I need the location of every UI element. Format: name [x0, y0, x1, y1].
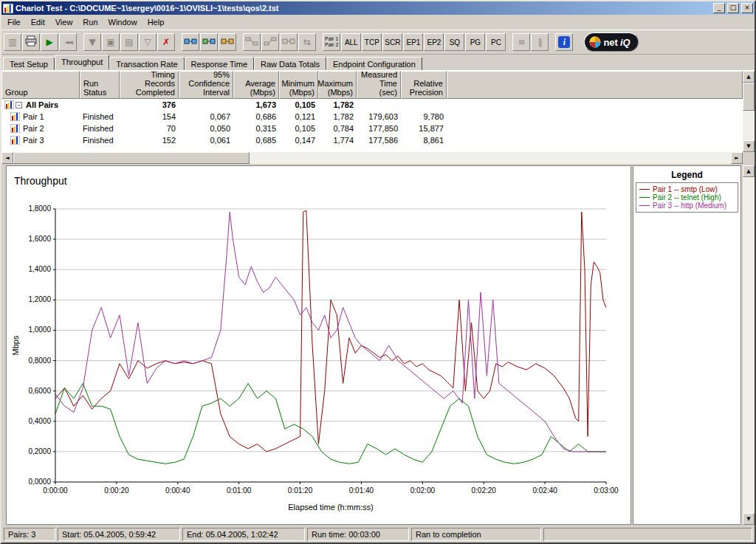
x-axis-label: Elapsed time (h:mm:ss): [288, 503, 374, 512]
run-status-cell: Finished: [80, 111, 120, 123]
tab-response-time[interactable]: Response Time: [185, 57, 254, 70]
run-status-cell: Finished: [80, 134, 120, 146]
paste-button[interactable]: ▤: [120, 33, 138, 51]
new-test-button[interactable]: ▥: [4, 33, 21, 51]
table-row-pair-2[interactable]: Pair 2Finished700,0500,3150,1050,784177,…: [1, 123, 755, 134]
table-horizontal-scrollbar[interactable]: ◄ ►: [1, 152, 743, 164]
tab-test-setup[interactable]: Test Setup: [3, 57, 55, 70]
timing-records-cell: 376: [120, 99, 179, 111]
legend-item: Pair 3 -- http (Medium): [639, 202, 735, 210]
table-vertical-scrollbar[interactable]: ▲ ▼: [743, 71, 755, 152]
measured-time-cell: [357, 99, 401, 111]
menu-view[interactable]: View: [50, 16, 78, 29]
main-vertical-scrollbar[interactable]: ▲ ▼: [743, 165, 755, 525]
column-header-minimum[interactable]: Minimum (Mbps): [279, 71, 318, 99]
tab-transaction-rate[interactable]: Transaction Rate: [109, 57, 184, 70]
app-window: Chariot Test - C:\DOCUME~1\sergey\0016~1…: [0, 0, 756, 544]
columns-icon: ∥: [537, 38, 542, 47]
menu-file[interactable]: File: [2, 16, 26, 29]
group-cell: Pair 3: [1, 134, 80, 146]
column-header-group[interactable]: Group: [1, 71, 80, 99]
toolbar-tcp-button[interactable]: TCP: [362, 33, 382, 51]
run-test-button[interactable]: ▶: [41, 33, 58, 51]
table-scroll-up-button[interactable]: ▲: [743, 71, 755, 83]
table-hscroll-thumb[interactable]: [13, 152, 250, 164]
copy-button[interactable]: ▣: [102, 33, 120, 51]
window-title: Chariot Test - C:\DOCUME~1\sergey\0016~1…: [16, 4, 711, 13]
minimize-button[interactable]: _: [713, 3, 725, 13]
show-pair-names-button[interactable]: Pair 1 Pair 2: [323, 33, 340, 51]
paste-icon: ▤: [125, 38, 133, 47]
tab-endpoint-configuration[interactable]: Endpoint Configuration: [326, 57, 422, 70]
group-pairs-button[interactable]: [243, 33, 261, 51]
x-tick-label: 0:01:00: [227, 486, 252, 495]
pair-names-icon: Pair 1 Pair 2: [325, 36, 338, 48]
legend-label: Pair 2 -- telnet (High): [653, 193, 721, 202]
add-pair-button[interactable]: [182, 33, 199, 51]
legend-item: Pair 1 -- smtp (Low): [639, 185, 735, 193]
toolbar-all-button[interactable]: ALL: [341, 33, 361, 51]
main-vscroll-track[interactable]: [743, 177, 755, 513]
main-scroll-down-button[interactable]: ▼: [743, 513, 755, 525]
column-header-maximum[interactable]: Maximum (Mbps): [318, 71, 357, 99]
menu-edit[interactable]: Edit: [26, 16, 50, 29]
table-vscroll-thumb[interactable]: [743, 83, 755, 111]
legend-box: Pair 1 -- smtp (Low)Pair 2 -- telnet (Hi…: [636, 182, 738, 213]
y-tick-label: 0,6000: [28, 387, 51, 395]
toolbar-sq-button[interactable]: SQ: [444, 33, 464, 51]
table-scroll-down-button[interactable]: ▼: [743, 140, 755, 152]
maximum-cell: 1,782: [318, 111, 357, 123]
toolbar-ep1-button[interactable]: EP1: [403, 33, 423, 51]
group-cell: Pair 2: [1, 123, 80, 134]
connect-pairs-button[interactable]: [280, 33, 298, 51]
swap-endpoints-button[interactable]: ⇆: [298, 33, 316, 51]
toolbar-pg-button[interactable]: PG: [465, 33, 485, 51]
pair-link-icon: [184, 37, 197, 47]
menu-run[interactable]: Run: [78, 16, 103, 29]
legend-line-swatch: [639, 189, 650, 190]
main-scroll-up-button[interactable]: ▲: [743, 165, 755, 177]
timing-records-cell: 152: [120, 134, 179, 146]
toolbar-ep2-button[interactable]: EP2: [424, 33, 444, 51]
close-button[interactable]: ×: [741, 3, 753, 13]
table-row-pair-3[interactable]: Pair 3Finished1520,0610,6850,1471,774177…: [1, 134, 755, 146]
maximize-button[interactable]: □: [727, 3, 739, 13]
collapse-expander[interactable]: -: [16, 102, 22, 109]
pair-link-view-icon: [221, 37, 234, 47]
table-vscroll-track[interactable]: [743, 83, 755, 140]
filter-button[interactable]: ▽: [139, 33, 157, 51]
toolbar-pc-button[interactable]: PC: [486, 33, 506, 51]
tab-raw-data-totals[interactable]: Raw Data Totals: [254, 57, 326, 70]
column-header-measured-time[interactable]: Measured Time (sec): [357, 71, 401, 99]
column-header-timing-records[interactable]: Timing Records Completed: [120, 71, 179, 99]
move-down-button[interactable]: ▼: [83, 33, 101, 51]
toolbar-scr-button[interactable]: SCR: [382, 33, 402, 51]
ungroup-pairs-button[interactable]: [261, 33, 279, 51]
app-icon: [3, 4, 13, 13]
rewind-button[interactable]: ◄◄: [59, 33, 77, 51]
view-pair-button[interactable]: [219, 33, 236, 51]
table-scroll-left-button[interactable]: ◄: [1, 152, 13, 164]
column-header-average[interactable]: Average (Mbps): [233, 71, 279, 99]
show-list-button[interactable]: ≡: [512, 33, 530, 51]
column-header-relative-precision[interactable]: Relative Precision: [401, 71, 447, 99]
delete-button[interactable]: ✗: [157, 33, 175, 51]
series-line-3: [55, 212, 606, 452]
column-header-run-status[interactable]: Run Status: [80, 71, 120, 99]
table-hscroll-track[interactable]: [13, 152, 731, 164]
group-cell: -All Pairs: [1, 99, 80, 111]
menu-window[interactable]: Window: [103, 16, 142, 29]
menu-help[interactable]: Help: [142, 16, 170, 29]
print-button[interactable]: [22, 33, 40, 51]
edit-pair-button[interactable]: [200, 33, 218, 51]
table-row-pair-1[interactable]: Pair 1Finished1540,0670,6860,1211,782179…: [1, 111, 755, 123]
table-row-all-pairs[interactable]: -All Pairs3761,6730,1051,782: [1, 99, 755, 111]
legend-label: Pair 1 -- smtp (Low): [653, 185, 718, 193]
table-header-row: GroupRun StatusTiming Records Completed9…: [1, 71, 743, 99]
column-header-confidence-interval[interactable]: 95% Confidence Interval: [179, 71, 233, 99]
chart-title: Throughput: [14, 175, 67, 187]
sort-columns-button[interactable]: ∥: [531, 33, 549, 51]
tab-throughput[interactable]: Throughput: [55, 55, 109, 70]
table-scroll-right-button[interactable]: ►: [731, 152, 743, 164]
help-info-button[interactable]: i: [555, 33, 573, 51]
